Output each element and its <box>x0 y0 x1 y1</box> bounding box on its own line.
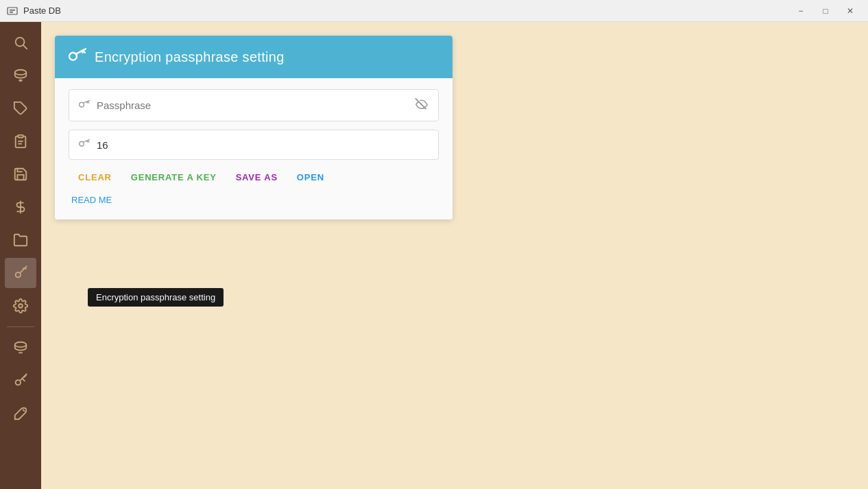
sidebar-item-save[interactable] <box>5 159 36 189</box>
svg-line-37 <box>86 141 87 142</box>
main-content: Encryption passphrase setting <box>41 22 868 489</box>
passphrase-input-group <box>69 89 439 121</box>
card-title: Encryption passphrase setting <box>95 49 285 65</box>
svg-line-31 <box>88 102 88 102</box>
generate-key-button[interactable]: GENERATE A KEY <box>124 168 224 187</box>
sidebar-item-encryption-key[interactable] <box>5 258 36 288</box>
passphrase-input[interactable] <box>97 99 408 111</box>
maximize-button[interactable]: □ <box>815 4 836 18</box>
svg-point-17 <box>19 304 23 308</box>
sidebar <box>0 22 41 489</box>
svg-line-23 <box>23 379 25 381</box>
card-header: Encryption passphrase setting <box>55 36 453 78</box>
sidebar-item-clipboard[interactable] <box>5 126 36 156</box>
toggle-visibility-button[interactable] <box>415 98 429 112</box>
length-key-icon <box>79 139 90 151</box>
minimize-button[interactable]: − <box>790 4 812 18</box>
svg-point-13 <box>16 272 21 277</box>
sidebar-divider <box>7 326 34 327</box>
clear-button[interactable]: CLEAR <box>71 168 119 187</box>
svg-line-24 <box>23 409 25 412</box>
svg-line-28 <box>81 51 82 53</box>
sidebar-item-db-remove[interactable] <box>5 333 36 363</box>
app-icon <box>7 5 18 16</box>
sidebar-item-repository[interactable] <box>5 192 36 222</box>
sidebar-item-key-remove[interactable] <box>5 366 36 396</box>
sidebar-item-search[interactable] <box>5 27 36 58</box>
svg-rect-1 <box>10 10 15 11</box>
title-bar-controls: − □ ✕ <box>790 4 861 18</box>
svg-point-5 <box>15 70 27 75</box>
save-as-button[interactable]: SAVE AS <box>229 168 285 187</box>
svg-rect-9 <box>18 135 23 138</box>
sidebar-item-settings[interactable] <box>5 291 36 321</box>
close-button[interactable]: ✕ <box>839 4 861 18</box>
card-header-key-icon <box>69 48 86 66</box>
card-body: CLEAR GENERATE A KEY SAVE AS OPEN READ M… <box>55 78 453 219</box>
length-input[interactable] <box>97 139 429 151</box>
app-title: Paste DB <box>23 5 61 16</box>
sidebar-item-folder[interactable] <box>5 225 36 255</box>
read-me-link[interactable]: READ ME <box>69 195 114 205</box>
svg-line-16 <box>23 268 25 270</box>
app-body: Encryption passphrase setting <box>0 22 868 489</box>
sidebar-item-add-database[interactable] <box>5 60 36 91</box>
title-bar: Paste DB − □ ✕ <box>0 0 868 22</box>
svg-rect-2 <box>10 12 13 13</box>
open-button[interactable]: OPEN <box>290 168 331 187</box>
action-buttons-row: CLEAR GENERATE A KEY SAVE AS OPEN <box>69 168 439 187</box>
svg-line-36 <box>88 141 88 142</box>
sidebar-item-brush[interactable] <box>5 398 36 429</box>
tooltip-badge: Encryption passphrase setting <box>88 288 224 307</box>
encryption-card: Encryption passphrase setting <box>55 36 453 219</box>
svg-line-27 <box>84 51 85 53</box>
svg-rect-0 <box>8 8 17 14</box>
svg-line-15 <box>25 268 26 270</box>
svg-line-32 <box>86 102 87 102</box>
svg-point-20 <box>16 380 21 385</box>
svg-line-4 <box>23 45 27 49</box>
sidebar-item-tag[interactable] <box>5 93 36 123</box>
svg-point-18 <box>15 342 27 347</box>
title-bar-left: Paste DB <box>7 5 61 16</box>
passphrase-key-icon <box>79 99 90 112</box>
length-input-group <box>69 130 439 160</box>
svg-line-22 <box>24 375 27 378</box>
